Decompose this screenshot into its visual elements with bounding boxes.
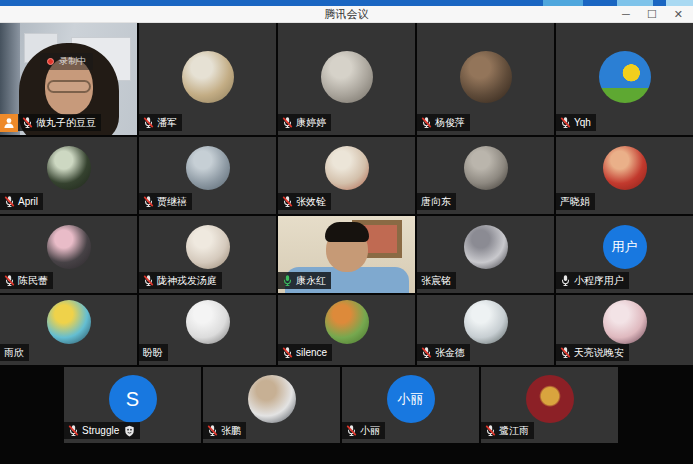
participant-tile[interactable]: 张效铨 xyxy=(278,137,415,214)
name-label-body: 严晓娟 xyxy=(556,193,595,210)
participant-name: 盼盼 xyxy=(143,346,163,360)
name-label-body: 小丽 xyxy=(342,422,385,439)
maximize-button[interactable]: ☐ xyxy=(647,9,657,20)
avatar-image xyxy=(47,300,91,344)
participant-tile[interactable]: 陇神戎发汤庭 xyxy=(139,216,276,293)
avatar-initial: 用户 xyxy=(603,225,647,269)
avatar-image xyxy=(325,146,369,190)
mic-muted-icon xyxy=(282,346,293,359)
participant-name-label: 张鹏 xyxy=(203,422,246,439)
participant-name: 陇神戎发汤庭 xyxy=(157,274,217,288)
mic-muted-icon xyxy=(421,116,432,129)
participant-name-label: 杨俊萍 xyxy=(417,114,470,131)
name-label-body: 贾继禧 xyxy=(139,193,192,210)
mic-muted-icon xyxy=(346,424,357,437)
mic-muted-icon xyxy=(143,274,154,287)
participant-tile[interactable]: Yqh xyxy=(556,23,693,135)
participant-tile[interactable]: 康永红 xyxy=(278,216,415,293)
participant-name: 张金德 xyxy=(435,346,465,360)
name-label-body: 杨俊萍 xyxy=(417,114,470,131)
name-label-body: 陈民蕾 xyxy=(0,272,53,289)
participant-name: Struggle xyxy=(82,425,119,436)
avatar-image xyxy=(248,375,296,423)
avatar-initial-text: 小丽 xyxy=(398,390,424,408)
participant-name: April xyxy=(18,196,38,207)
participant-tile[interactable]: 贾继禧 xyxy=(139,137,276,214)
participant-name: 小程序用户 xyxy=(574,274,624,288)
participant-name-label: 做丸子的豆豆 xyxy=(0,114,101,131)
name-label-body: 雨欣 xyxy=(0,344,29,361)
participant-tile[interactable]: silence xyxy=(278,295,415,365)
participant-name: 张效铨 xyxy=(296,195,326,209)
participant-tile[interactable]: SStruggle xyxy=(64,367,201,443)
avatar-initial: 小丽 xyxy=(387,375,435,423)
avatar-image xyxy=(603,146,647,190)
member-badge-icon xyxy=(0,114,18,132)
close-button[interactable]: ✕ xyxy=(674,9,683,20)
participant-tile[interactable]: 张金德 xyxy=(417,295,554,365)
participant-name-label: 小丽 xyxy=(342,422,385,439)
participant-tile[interactable]: 盼盼 xyxy=(139,295,276,365)
minimize-button[interactable]: ─ xyxy=(622,9,630,20)
participant-name-label: 陈民蕾 xyxy=(0,272,53,289)
participant-name-label: 潘军 xyxy=(139,114,182,131)
participant-name: 天亮说晚安 xyxy=(574,346,624,360)
participant-tile[interactable]: April xyxy=(0,137,137,214)
participant-tile[interactable]: 陈民蕾 xyxy=(0,216,137,293)
avatar-image xyxy=(321,51,373,103)
participant-name-label: 康永红 xyxy=(278,272,331,289)
mic-muted-icon xyxy=(282,195,293,208)
participant-tile[interactable]: 小丽小丽 xyxy=(342,367,479,443)
mic-muted-icon xyxy=(560,116,571,129)
participant-tile[interactable]: 张鹏 xyxy=(203,367,340,443)
name-label-body: Struggle xyxy=(64,422,140,439)
participant-name: 张宸铭 xyxy=(421,274,451,288)
mic-on-icon xyxy=(560,274,571,287)
participant-tile[interactable]: 鹭江雨 xyxy=(481,367,618,443)
participant-name-label: 张金德 xyxy=(417,344,470,361)
recording-label: 录制中 xyxy=(59,55,86,68)
participant-tile[interactable]: 唐向东 xyxy=(417,137,554,214)
name-label-body: Yqh xyxy=(556,114,596,131)
participant-name-label: 鹭江雨 xyxy=(481,422,534,439)
name-label-body: 做丸子的豆豆 xyxy=(18,114,101,131)
participant-name: 贾继禧 xyxy=(157,195,187,209)
avatar-initial-text: 用户 xyxy=(612,238,638,256)
avatar-image xyxy=(182,51,234,103)
avatar-image xyxy=(186,225,230,269)
participant-name: 康婷婷 xyxy=(296,116,326,130)
participant-tile[interactable]: 雨欣 xyxy=(0,295,137,365)
mic-muted-icon xyxy=(143,195,154,208)
shield-badge-icon xyxy=(124,425,135,437)
participant-tile[interactable]: 严晓娟 xyxy=(556,137,693,214)
avatar-image xyxy=(603,300,647,344)
participant-name-label: April xyxy=(0,193,43,210)
participant-name-label: 盼盼 xyxy=(139,344,168,361)
tencent-meeting-window: 腾讯会议 ─ ☐ ✕ 录制中做丸子的豆豆潘军康婷婷杨俊萍YqhApril贾继禧张… xyxy=(0,0,693,464)
mic-muted-icon xyxy=(22,116,33,129)
sa-glasses-shape xyxy=(47,80,91,93)
participant-name: 张鹏 xyxy=(221,424,241,438)
participant-tile[interactable]: 张宸铭 xyxy=(417,216,554,293)
avatar-image xyxy=(464,300,508,344)
sb-hair-shape xyxy=(325,222,369,242)
participant-tile[interactable]: 杨俊萍 xyxy=(417,23,554,135)
participant-tile[interactable]: 潘军 xyxy=(139,23,276,135)
avatar-image xyxy=(464,225,508,269)
name-label-body: 天亮说晚安 xyxy=(556,344,629,361)
participant-name: 康永红 xyxy=(296,274,326,288)
participant-name: 潘军 xyxy=(157,116,177,130)
participant-name: 雨欣 xyxy=(4,346,24,360)
participant-tile[interactable]: 用户小程序用户 xyxy=(556,216,693,293)
avatar-initial: S xyxy=(109,375,157,423)
participant-tile[interactable]: 康婷婷 xyxy=(278,23,415,135)
avatar-emblem xyxy=(526,375,574,423)
participant-tile[interactable]: 天亮说晚安 xyxy=(556,295,693,365)
participant-tile[interactable]: 录制中做丸子的豆豆 xyxy=(0,23,137,135)
participant-name-label: 贾继禧 xyxy=(139,193,192,210)
name-label-body: 张宸铭 xyxy=(417,272,456,289)
avatar-image xyxy=(325,300,369,344)
mic-speaking-icon xyxy=(282,274,293,287)
mic-muted-icon xyxy=(282,116,293,129)
mic-muted-icon xyxy=(421,346,432,359)
